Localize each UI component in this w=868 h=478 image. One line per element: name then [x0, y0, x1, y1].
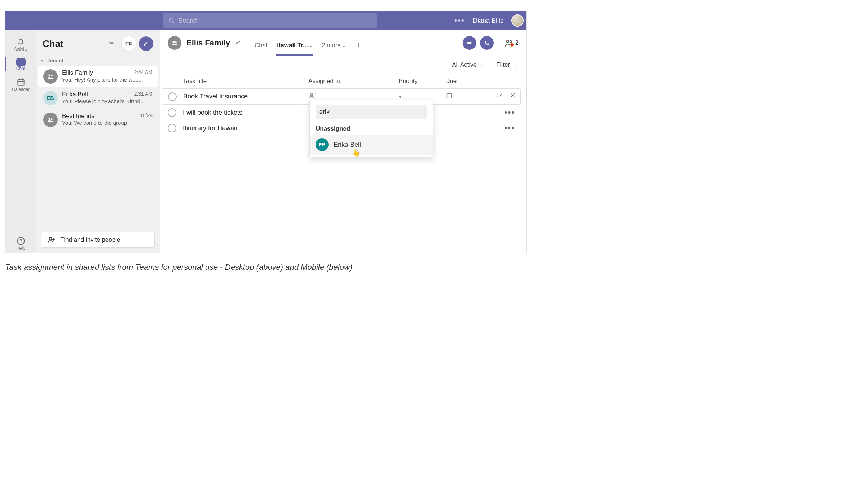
sidebar-section-recent[interactable]: ▼ Recent	[36, 54, 160, 66]
task-checkbox[interactable]	[168, 92, 177, 101]
task-title[interactable]: Book Travel Insurance	[183, 93, 309, 100]
invite-people-label: Find and invite people	[60, 236, 120, 244]
svg-point-20	[175, 41, 176, 43]
chat-header: Ellis Family Chat Hawaii Tr...⌄ 2 more⌄ …	[160, 30, 526, 56]
filter-dropdown[interactable]: Filter⌄	[496, 61, 516, 69]
chevron-down-icon: ⌄	[480, 62, 483, 67]
svg-rect-28	[447, 93, 451, 98]
tab-hawaii-trip[interactable]: Hawaii Tr...⌄	[276, 42, 313, 56]
column-header-title[interactable]: Task title	[183, 78, 308, 85]
people-add-icon: +	[505, 38, 514, 48]
table-header-row: Task title Assigned to Priority Due	[162, 74, 521, 88]
sidebar-title: Chat	[43, 38, 101, 49]
task-more-button[interactable]: •••	[505, 123, 519, 133]
view-dropdown[interactable]: All Active⌄	[452, 61, 483, 69]
task-checkbox[interactable]	[168, 124, 176, 132]
current-user-avatar[interactable]	[511, 14, 524, 27]
person-add-icon	[47, 236, 55, 244]
chat-item-name: Ellis Family	[62, 69, 93, 76]
meet-now-button[interactable]	[122, 36, 136, 51]
confirm-task-button[interactable]	[496, 92, 503, 101]
audio-call-button[interactable]	[480, 36, 494, 50]
settings-more-icon[interactable]: •••	[454, 16, 465, 25]
svg-point-14	[49, 118, 51, 120]
calendar-icon	[446, 92, 453, 99]
svg-point-23	[510, 41, 512, 43]
chat-item-time: 10/29	[140, 113, 153, 120]
task-table: Task title Assigned to Priority Due Book…	[160, 74, 526, 136]
tab-chat[interactable]: Chat	[255, 42, 268, 56]
search-box[interactable]	[163, 13, 377, 28]
filter-dropdown-label: Filter	[496, 61, 510, 69]
task-checkbox[interactable]	[168, 108, 176, 117]
filter-button[interactable]	[104, 36, 119, 51]
priority-cell[interactable]: •	[399, 93, 446, 101]
assignee-search-input[interactable]	[316, 105, 427, 119]
rail-help[interactable]: Help	[5, 233, 36, 253]
help-icon	[16, 236, 26, 246]
rail-chat[interactable]: Chat	[5, 54, 36, 73]
chevron-down-icon: ⌄	[342, 43, 346, 48]
app-rail: Activity Chat Calendar Help	[5, 30, 36, 253]
participants-button[interactable]: + 2	[505, 38, 519, 48]
chat-list-item[interactable]: EB Erika Bell2:31 AM You: Please join "R…	[38, 87, 158, 109]
svg-point-15	[51, 118, 52, 120]
column-header-due[interactable]: Due	[445, 78, 514, 85]
chat-header-avatar	[168, 36, 181, 50]
video-icon	[125, 40, 132, 47]
phone-icon	[484, 40, 490, 46]
close-icon	[510, 92, 516, 98]
svg-point-22	[507, 40, 509, 43]
chat-item-preview: You: Please join "Rachel's Birthd...	[62, 98, 153, 104]
assignee-option[interactable]: EB Erika Bell 👆	[310, 135, 433, 155]
chat-list-item[interactable]: Ellis Family2:44 AM You: Hey! Any plans …	[38, 66, 158, 87]
add-tab-button[interactable]: ＋	[354, 39, 363, 56]
assignee-name: Erika Bell	[334, 141, 361, 149]
calendar-icon	[16, 78, 26, 87]
edit-name-button[interactable]	[235, 39, 242, 47]
person-avatar: EB	[43, 91, 58, 105]
task-title[interactable]: Itinerary for Hawaii	[183, 124, 308, 132]
group-avatar-icon	[43, 113, 58, 127]
invite-people-button[interactable]: Find and invite people	[41, 232, 155, 248]
rail-calendar-label: Calendar	[12, 87, 30, 92]
group-avatar-icon	[43, 69, 58, 84]
svg-point-7	[20, 242, 21, 243]
new-chat-button[interactable]	[139, 36, 153, 51]
assignee-group-label: Unassigned	[310, 122, 433, 135]
rail-calendar[interactable]: Calendar	[5, 74, 36, 94]
svg-point-26	[310, 93, 313, 96]
rail-activity[interactable]: Activity	[5, 34, 36, 54]
svg-point-19	[173, 41, 175, 43]
cancel-task-button[interactable]	[510, 92, 516, 101]
column-header-priority[interactable]: Priority	[398, 78, 445, 85]
svg-line-1	[172, 22, 174, 23]
tab-more[interactable]: 2 more⌄	[322, 42, 346, 56]
svg-point-16	[49, 237, 52, 240]
svg-point-13	[51, 75, 52, 76]
chat-item-preview: You: Welcome to the group	[62, 120, 153, 126]
chat-header-title: Ellis Family	[186, 38, 230, 48]
video-call-button[interactable]	[463, 36, 476, 50]
video-icon	[466, 40, 473, 46]
search-input[interactable]	[178, 17, 372, 25]
chat-sidebar: Chat ▼ Recent Ellis Family2:44 AM You: H…	[36, 30, 160, 253]
search-icon	[168, 17, 175, 24]
task-more-button[interactable]: •••	[505, 108, 519, 117]
svg-rect-2	[18, 79, 24, 85]
person-avatar: EB	[316, 138, 329, 151]
column-header-assigned[interactable]: Assigned to	[308, 78, 398, 85]
title-bar: ••• Diana Ellis	[5, 11, 526, 30]
svg-rect-11	[126, 42, 130, 45]
tab-label: Hawaii Tr...	[276, 42, 308, 49]
chat-icon	[16, 58, 26, 66]
cursor-icon: 👆	[352, 148, 361, 157]
chat-list-item[interactable]: Best friends10/29 You: Welcome to the gr…	[38, 109, 158, 131]
current-user-name: Diana Ellis	[473, 17, 503, 25]
chat-item-time: 2:31 AM	[134, 91, 153, 98]
task-title[interactable]: I will book the tickets	[183, 109, 308, 117]
sidebar-section-label: Recent	[46, 57, 63, 63]
due-cell[interactable]	[446, 92, 496, 101]
chat-item-name: Best friends	[62, 113, 94, 120]
person-add-icon: +	[309, 92, 317, 100]
